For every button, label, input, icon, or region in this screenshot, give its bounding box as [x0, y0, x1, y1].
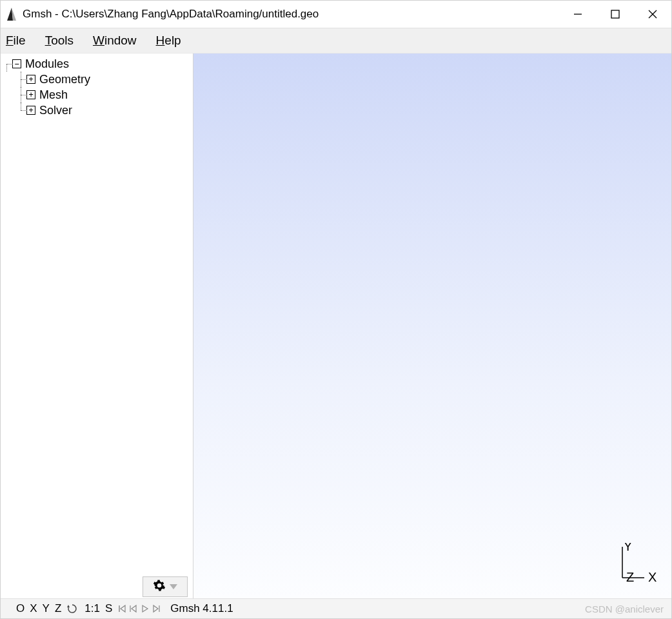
status-btn-s[interactable]: S	[105, 602, 112, 615]
watermark: CSDN @aniclever	[585, 604, 664, 614]
svg-rect-3	[611, 10, 619, 18]
tree-root-modules[interactable]: − Modules	[1, 56, 193, 72]
status-btn-o[interactable]: O	[16, 602, 25, 615]
tree-item-label: Geometry	[39, 73, 90, 86]
axis-x-label: X	[648, 570, 657, 584]
svg-marker-14	[153, 605, 158, 612]
status-btn-z[interactable]: Z	[55, 602, 61, 615]
tree-item-mesh[interactable]: + Mesh	[1, 87, 193, 103]
app-logo-icon	[6, 7, 17, 21]
svg-marker-11	[132, 605, 136, 612]
tree-item-label: Solver	[39, 104, 72, 117]
axis-y-label: Y	[624, 543, 632, 553]
svg-marker-10	[121, 605, 125, 612]
step-back-icon[interactable]	[129, 604, 138, 613]
axis-triad: Y X Z	[608, 543, 660, 588]
axis-z-label: Z	[626, 570, 634, 584]
tree-branch-icon	[15, 72, 26, 87]
statusbar: O X Y Z 1:1 S Gmsh 4.11.1 CSDN @anicleve…	[1, 598, 671, 618]
tree-item-solver[interactable]: + Solver	[1, 103, 193, 118]
dropdown-triangle-icon	[170, 584, 177, 589]
window-title: Gmsh - C:\Users\Zhang Fang\AppData\Roami…	[23, 8, 319, 21]
menu-window-rest: indow	[104, 34, 137, 47]
menubar: File Tools Window Help	[1, 28, 671, 54]
menu-help-rest: elp	[164, 34, 181, 47]
tree-item-geometry[interactable]: + Geometry	[1, 72, 193, 87]
menu-window[interactable]: Window	[93, 34, 137, 48]
status-version: Gmsh 4.11.1	[170, 602, 233, 615]
menu-file-rest: ile	[14, 34, 26, 47]
status-btn-x[interactable]: X	[30, 602, 37, 615]
rotate-icon[interactable]	[66, 603, 78, 614]
expand-icon[interactable]: +	[26, 75, 35, 84]
tree-root-label: Modules	[25, 57, 69, 71]
menu-tools-rest: ools	[51, 34, 74, 47]
tree-branch-icon	[1, 56, 12, 72]
svg-marker-8	[67, 605, 70, 607]
play-icon[interactable]	[141, 604, 150, 613]
maximize-button[interactable]	[597, 1, 634, 28]
tree-branch-icon	[15, 103, 26, 118]
titlebar: Gmsh - C:\Users\Zhang Fang\AppData\Roami…	[1, 1, 671, 28]
menu-help[interactable]: Help	[156, 34, 181, 48]
tree-item-label: Mesh	[39, 88, 68, 102]
collapse-icon[interactable]: −	[12, 59, 21, 68]
rewind-icon[interactable]	[117, 604, 126, 613]
expand-icon[interactable]: +	[26, 106, 35, 115]
module-tree-sidebar: − Modules + Geometry + Mesh + Solver	[1, 54, 193, 598]
options-gear-button[interactable]	[143, 576, 188, 597]
tree-branch-icon	[15, 87, 26, 103]
close-button[interactable]	[634, 1, 671, 28]
status-btn-y[interactable]: Y	[43, 602, 50, 615]
step-forward-icon[interactable]	[152, 604, 161, 613]
minimize-button[interactable]	[559, 1, 597, 28]
svg-marker-13	[143, 605, 148, 612]
menu-tools[interactable]: Tools	[45, 34, 74, 48]
expand-icon[interactable]: +	[26, 90, 35, 99]
graphics-viewport[interactable]: Y X Z	[193, 54, 671, 598]
gear-icon	[153, 579, 166, 595]
menu-file[interactable]: File	[6, 34, 26, 48]
status-btn-ratio[interactable]: 1:1	[84, 602, 100, 615]
